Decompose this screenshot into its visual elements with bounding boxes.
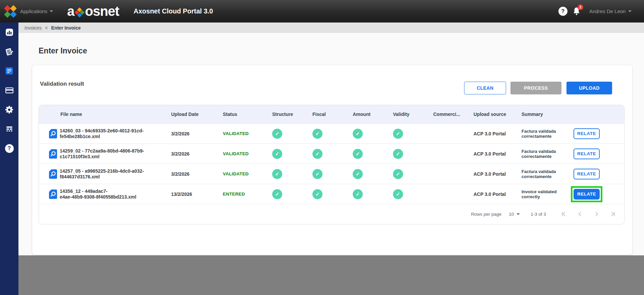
col-file-name: File name bbox=[39, 112, 170, 117]
table-row: 14260_03 - 94c69335-2e60-4012-91cd- fe54… bbox=[39, 123, 624, 143]
document-icon bbox=[5, 66, 14, 76]
col-upload-source: Upload source bbox=[470, 112, 519, 117]
sidebar-item-invoice-entry[interactable] bbox=[5, 47, 14, 56]
sidebar-item-documents-active[interactable] bbox=[5, 66, 14, 75]
file-name: 14356_12 - 449adac7- e4ae-48b9-9308-8f40… bbox=[60, 188, 136, 200]
pagination-range: 1-3 of 3 bbox=[531, 212, 546, 217]
sidebar-item-settings[interactable] bbox=[5, 105, 14, 114]
status-badge: VALIDATED bbox=[220, 131, 269, 136]
notification-badge: 2 bbox=[578, 4, 583, 10]
file-preview-icon[interactable] bbox=[49, 149, 57, 159]
file-name: 14260_03 - 94c69335-2e60-4012-91cd- fe54… bbox=[60, 128, 144, 139]
applications-label: Applications bbox=[20, 8, 47, 14]
last-page-icon[interactable] bbox=[608, 210, 616, 218]
upload-date: 3/2/2026 bbox=[170, 171, 220, 177]
axosnet-logo-icon bbox=[4, 0, 17, 23]
breadcrumb-separator: < bbox=[45, 25, 48, 31]
clean-button[interactable]: CLEAN bbox=[464, 82, 506, 94]
validity-check-icon bbox=[393, 189, 403, 199]
structure-check-icon bbox=[272, 129, 282, 139]
file-preview-icon[interactable] bbox=[49, 189, 57, 199]
breadcrumb-current: Enter Invoice bbox=[51, 25, 81, 31]
bar-chart-icon bbox=[5, 28, 14, 37]
sidebar-item-dashboard[interactable] bbox=[5, 28, 14, 37]
highlight-box: RELATE bbox=[571, 186, 602, 202]
col-amount: Amount bbox=[349, 112, 390, 117]
amount-check-icon bbox=[353, 149, 363, 159]
table-pagination: Rows per page 10 1-3 of 3 bbox=[39, 204, 624, 224]
upload-button[interactable]: UPLOAD bbox=[566, 82, 612, 94]
table-row: 14259_02 - 77c2aa9a-80bd-4806-87b9- c1c7… bbox=[39, 143, 624, 164]
relate-button[interactable]: RELATE bbox=[574, 169, 600, 179]
col-commercial: Commerci... bbox=[430, 112, 470, 117]
next-page-icon[interactable] bbox=[592, 210, 600, 218]
question-icon: ? bbox=[5, 144, 14, 153]
wordmark-diamond-icon bbox=[75, 8, 84, 17]
table-row: 14257_05 - a9985225-216b-4dc0-a032- f844… bbox=[39, 164, 624, 184]
file-name: 14259_02 - 77c2aa9a-80bd-4806-87b9- c1c7… bbox=[60, 148, 144, 160]
help-button[interactable]: ? bbox=[558, 0, 567, 23]
upload-date: 13/2/2026 bbox=[170, 192, 220, 197]
chevron-down-icon bbox=[628, 10, 632, 12]
validity-check-icon bbox=[393, 129, 403, 139]
col-upload-date: Upload Date bbox=[170, 112, 220, 117]
chevron-down-icon bbox=[50, 10, 53, 12]
amount-check-icon bbox=[353, 129, 363, 139]
table-header: File name Upload Date Status Structure F… bbox=[39, 105, 624, 123]
page-title: Enter Invoice bbox=[39, 46, 87, 55]
summary-text: Factura validada correctamente bbox=[522, 149, 558, 159]
table-row: 14356_12 - 449adac7- e4ae-48b9-9308-8f40… bbox=[39, 184, 624, 204]
amount-check-icon bbox=[353, 189, 363, 199]
col-fiscal: Fiscal bbox=[309, 112, 349, 117]
notifications-button[interactable]: 2 bbox=[572, 0, 581, 23]
relate-button-highlighted[interactable]: RELATE bbox=[574, 189, 600, 200]
upload-source: ACP 3.0 Portal bbox=[470, 171, 519, 177]
sidebar-item-help[interactable]: ? bbox=[5, 144, 14, 153]
summary-text: Invoice validated correctly bbox=[522, 189, 558, 199]
summary-text: Factura validada correctamente bbox=[522, 169, 558, 179]
fiscal-check-icon bbox=[312, 129, 323, 139]
status-badge: VALIDATED bbox=[220, 171, 269, 176]
upload-date: 3/2/2026 bbox=[170, 151, 220, 157]
relate-button[interactable]: RELATE bbox=[574, 128, 600, 139]
upload-source: ACP 3.0 Portal bbox=[470, 151, 519, 157]
previous-page-icon[interactable] bbox=[576, 210, 584, 218]
sidebar-item-reports[interactable] bbox=[5, 124, 14, 133]
breadcrumb-parent[interactable]: Invoices bbox=[24, 25, 42, 31]
status-badge: VALIDATED bbox=[220, 151, 269, 156]
validity-check-icon bbox=[393, 169, 403, 179]
first-page-icon[interactable] bbox=[560, 210, 568, 218]
axosnet-wordmark: a osnet bbox=[67, 0, 119, 23]
col-structure: Structure bbox=[269, 112, 309, 117]
structure-check-icon bbox=[272, 169, 282, 179]
fiscal-check-icon bbox=[312, 189, 323, 199]
rows-per-page-label: Rows per page bbox=[471, 212, 501, 217]
amount-check-icon bbox=[353, 169, 363, 179]
sidebar-nav: ? bbox=[0, 23, 18, 295]
status-badge: ENTERED bbox=[220, 192, 269, 197]
col-summary: Summary bbox=[519, 112, 571, 117]
fiscal-check-icon bbox=[312, 169, 323, 179]
panel-title: Validation result bbox=[40, 81, 84, 87]
applications-menu[interactable]: Applications bbox=[20, 0, 53, 23]
relate-button[interactable]: RELATE bbox=[574, 149, 600, 159]
user-menu[interactable]: Andres De Leon bbox=[589, 0, 632, 23]
process-button[interactable]: PROCESS bbox=[510, 82, 561, 94]
summary-text: Factura validada correctamente bbox=[522, 129, 558, 139]
list-rows-icon bbox=[5, 125, 14, 133]
app-title: Axosnet Cloud Portal 3.0 bbox=[134, 0, 213, 23]
sidebar-item-payments[interactable] bbox=[5, 86, 14, 95]
file-preview-icon[interactable] bbox=[49, 169, 57, 179]
upload-source: ACP 3.0 Portal bbox=[470, 192, 519, 197]
file-preview-icon[interactable] bbox=[49, 129, 57, 138]
help-icon: ? bbox=[558, 7, 567, 16]
validation-table: File name Upload Date Status Structure F… bbox=[39, 105, 625, 224]
rows-per-page-value[interactable]: 10 bbox=[509, 212, 514, 217]
fiscal-check-icon bbox=[312, 149, 323, 159]
col-validity: Validity bbox=[390, 112, 430, 117]
structure-check-icon bbox=[272, 189, 282, 199]
validity-check-icon bbox=[393, 149, 403, 159]
file-name: 14257_05 - a9985225-216b-4dc0-a032- f844… bbox=[60, 168, 144, 180]
user-name: Andres De Leon bbox=[589, 8, 626, 14]
rows-per-page-dropdown-icon[interactable] bbox=[516, 213, 520, 215]
